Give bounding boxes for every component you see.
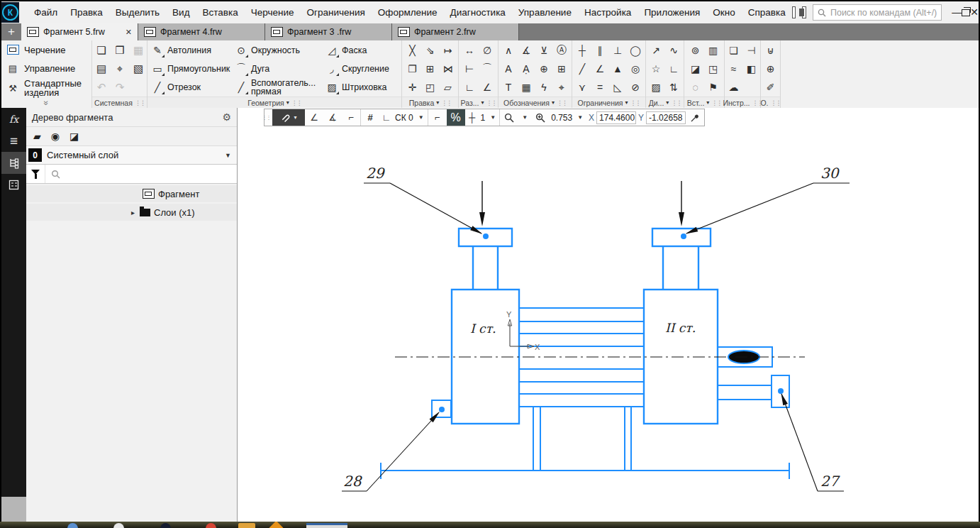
auto-dimension-icon[interactable]: ↔ (461, 41, 479, 60)
menu-item[interactable]: Черчение (245, 1, 301, 23)
collapse-chevron-icon[interactable]: » (1, 98, 91, 108)
pictures-icon[interactable]: ◪ (69, 131, 79, 142)
restore-button[interactable] (962, 1, 970, 23)
scale-icon[interactable]: ◰ (421, 78, 439, 97)
extend-curve-icon[interactable]: ↦ (439, 41, 457, 60)
windows-taskbar[interactable] (0, 522, 980, 528)
redo-icon[interactable]: ↷ (111, 78, 129, 97)
menu-item[interactable]: Вставка (196, 1, 245, 23)
properties-panel-icon[interactable] (1, 174, 26, 196)
local-view-icon[interactable]: ◳ (704, 60, 722, 78)
mode-drawing[interactable]: Черчение (1, 40, 91, 59)
layers-icon[interactable]: ▰ (33, 131, 41, 142)
fix-angle-icon[interactable]: ◺ (609, 78, 627, 97)
round-region-icon[interactable]: ⊕ (762, 60, 779, 78)
tab-fragment-4[interactable]: Фрагмент 4.frw (138, 23, 265, 40)
linear-dimension-icon[interactable]: ⊢ (461, 60, 479, 78)
style-pen-icon[interactable]: ✐ (762, 78, 779, 97)
minimize-button[interactable]: — (952, 1, 962, 23)
views-icon[interactable]: ◉ (51, 131, 60, 142)
menu-item[interactable]: Окно (706, 1, 741, 23)
callout-29[interactable]: 29 (366, 165, 386, 182)
segment-tool[interactable]: ╱ Отрезок (147, 78, 231, 97)
break-cloud-icon[interactable]: ≈ (725, 60, 742, 78)
menu-item[interactable]: Файл (28, 1, 64, 23)
print-preview-icon[interactable]: ⌖ (111, 60, 129, 78)
callout-27[interactable]: 27 (820, 473, 840, 490)
menu-item[interactable]: Настройка (578, 1, 637, 23)
angular-dimension-icon[interactable]: ∠ (479, 78, 496, 97)
hatch-tool[interactable]: ▨ Штриховка (322, 78, 401, 97)
callout-flag-icon[interactable]: ⚑ (704, 78, 722, 97)
leader-icon[interactable]: A (500, 60, 518, 78)
concentric-constraint-icon[interactable]: ◎ (627, 60, 645, 78)
save-icon[interactable]: ▦ (129, 41, 147, 60)
menu-item[interactable]: Управление (512, 1, 578, 23)
tree-item-layers[interactable]: ▸ Слои (x1) (26, 204, 237, 221)
undo-icon[interactable]: ↶ (92, 78, 111, 97)
symmetry-constraint-icon[interactable]: ▲ (609, 60, 627, 78)
hatch-region-icon[interactable]: ⊎ (762, 41, 779, 60)
shapes-overlay-icon[interactable]: ◧ (742, 60, 760, 78)
insert-picture-icon[interactable]: ◪ (686, 60, 704, 78)
parallel-constraint-icon[interactable]: ∥ (591, 41, 609, 60)
open-document-icon[interactable]: ❒ (111, 41, 129, 60)
menu-panel-icon[interactable]: ≡ (1, 130, 26, 152)
window-preview[interactable] (306, 523, 347, 528)
circle-tool[interactable]: ⊙ Окружность (231, 41, 322, 60)
menu-item[interactable]: Справка (742, 1, 792, 23)
trim-curve-icon[interactable]: ╳ (403, 41, 421, 60)
mirror-icon[interactable]: ⋈ (439, 60, 457, 78)
tab-fragment-3[interactable]: Фрагмент 3 .frw (265, 23, 392, 40)
rectangle-tool[interactable]: ▭ Прямоугольник (147, 60, 231, 78)
text-icon[interactable]: T (500, 78, 518, 97)
wavy-break-icon[interactable]: ϟ (535, 78, 553, 97)
close-button[interactable]: ✕ (970, 1, 979, 23)
tangent-constraint-icon[interactable]: ◯ (627, 41, 645, 60)
tab-close-icon[interactable]: ✕ (118, 28, 132, 37)
tree-panel-icon[interactable] (1, 152, 26, 174)
merge-points-icon[interactable]: ⋎ (574, 78, 591, 97)
current-layer-select[interactable]: 0 Системный слой ▼ (26, 146, 237, 165)
chamfer-tool[interactable]: ◿ Фаска (322, 41, 401, 60)
callout-leaders[interactable] (342, 183, 850, 491)
section-line-icon[interactable]: ⊕ (535, 60, 553, 78)
menu-item[interactable]: Оформление (372, 1, 444, 23)
command-search-input[interactable]: Поиск по командам (Alt+/) (813, 4, 942, 21)
measure-area-icon[interactable]: ☆ (647, 60, 665, 78)
mode-standard-parts[interactable]: ⚒ Стандартные изделия (1, 77, 91, 98)
autoline-tool[interactable]: ✎ Автолиния (147, 41, 231, 60)
app-icon[interactable] (206, 523, 216, 528)
new-tab-button[interactable]: + (1, 23, 21, 40)
view-arrow-icon[interactable]: Ⓐ (553, 41, 571, 60)
stage2-label[interactable]: II ст. (665, 321, 696, 335)
tree-search-icon[interactable] (51, 170, 60, 179)
menu-item[interactable]: Приложения (637, 1, 706, 23)
measure-ruler-icon[interactable]: ⊣ (742, 41, 760, 60)
table-icon[interactable]: ▦ (518, 78, 535, 97)
menu-item[interactable]: Выделить (109, 1, 166, 23)
trim-between-points-icon[interactable]: ⇘ (421, 41, 439, 60)
center-marker-icon[interactable]: ⌖ (553, 78, 571, 97)
insert-fragment-icon[interactable]: ⊚ (686, 41, 704, 60)
callout-30[interactable]: 30 (820, 165, 840, 182)
auxiliary-line-tool[interactable]: ╱ Вспомогатель...прямая (231, 78, 322, 97)
mass-properties-icon[interactable]: ▨ (647, 78, 665, 97)
move-icon[interactable]: ✛ (403, 78, 421, 97)
expand-arrow-icon[interactable]: ▸ (131, 209, 140, 216)
window-layout-settings-icon[interactable] (802, 6, 806, 18)
save-as-icon[interactable]: ▧ (129, 60, 147, 78)
tree-item-fragment[interactable]: Фрагмент (26, 185, 237, 202)
leader-shelf-icon[interactable]: Ạ (518, 60, 535, 78)
callout-28[interactable]: 28 (343, 473, 363, 490)
copy-icon[interactable]: ❐ (403, 60, 421, 78)
polygon-lasso-icon[interactable]: ☁ (725, 78, 742, 97)
paste-special-icon[interactable]: ◌ (686, 78, 704, 97)
roughness-icon[interactable]: ∧ (500, 41, 518, 60)
browser-icon[interactable] (67, 523, 78, 528)
app-icon[interactable] (160, 523, 171, 528)
deformation-icon[interactable]: ▱ (439, 78, 457, 97)
radial-dimension-icon[interactable]: ⌒ (479, 60, 496, 78)
measure-angle-icon[interactable]: ∟ (665, 60, 683, 78)
print-icon[interactable]: ▤ (92, 60, 111, 78)
